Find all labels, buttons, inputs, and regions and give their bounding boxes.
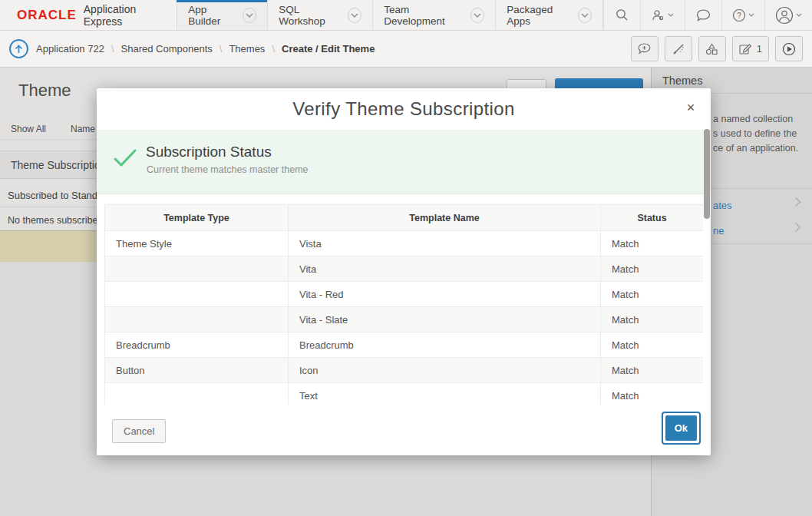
edit-page-number: 1 [757,43,762,55]
chevron-down-icon[interactable] [348,8,361,23]
chevron-down-icon[interactable] [470,8,484,23]
cell-template-type: Button [105,358,289,383]
up-level-icon[interactable] [9,39,28,58]
dialog-title: Verify Theme Subscription [97,88,711,130]
breadcrumb-item-themes[interactable]: Themes [229,43,265,55]
breadcrumb-item-current: Create / Edit Theme [282,43,375,55]
tab-label: Packaged Apps [507,4,572,27]
tab-label: SQL Workshop [279,4,342,27]
oracle-logo: ORACLE [17,8,77,23]
breadcrumb-separator: \ [104,43,121,55]
cell-status: Match [601,231,704,256]
cancel-button[interactable]: Cancel [112,419,166,443]
chevron-down-icon[interactable] [243,8,256,23]
success-check-icon [113,148,137,168]
chevron-down-icon [668,13,674,17]
sidebar-help-text: a named collection s used to define the … [713,112,808,156]
wand-icon [672,43,685,55]
tab-app-builder[interactable]: App Builder [177,0,267,30]
help-icon: ? [732,8,746,22]
ok-button-focus-ring: Ok [662,412,701,445]
status-message: Current theme matches master theme [147,164,309,175]
cell-status: Match [601,282,704,307]
cell-status: Match [601,307,704,332]
table-row: Button Icon Match [105,358,704,383]
table-row: Breadcrumb Breadcrumb Match [105,332,704,358]
chevron-down-icon [796,13,802,17]
status-heading: Subscription Status [146,144,272,160]
utilities-button[interactable] [665,36,692,61]
col-header-status: Status [601,205,704,231]
run-application-button[interactable] [775,36,803,61]
ok-button[interactable]: Ok [665,415,697,441]
cell-template-type [105,383,289,405]
breadcrumb-toolbar: 1 [631,36,803,61]
cell-template-name: Vita - Slate [289,307,601,332]
breadcrumb-item-application[interactable]: Application 722 [36,43,104,55]
chevron-right-icon [794,197,801,207]
dialog-scrollbar[interactable] [704,129,710,219]
search-button[interactable] [603,0,640,30]
tab-packaged-apps[interactable]: Packaged Apps [495,0,603,30]
top-nav-bar: ORACLE Application Express App Builder S… [0,0,812,31]
edit-pencil-icon [739,43,752,55]
table-row: Vita - Red Match [105,282,704,307]
col-header-template-type: Template Type [105,205,289,231]
cell-status: Match [601,358,704,383]
subscription-status-banner: Subscription Status Current theme matche… [97,130,711,194]
svg-text:?: ? [737,11,741,19]
tab-team-development[interactable]: Team Development [372,0,495,30]
help-menu-button[interactable]: ? [721,0,764,30]
cell-template-name: Vita - Red [289,282,601,307]
cell-template-name: Breadcrumb [289,332,601,358]
sidebar-title: Themes [662,74,702,87]
run-play-icon [782,42,796,56]
cell-template-type: Theme Style [105,231,289,256]
tab-sql-workshop[interactable]: SQL Workshop [267,0,372,30]
tab-label: Team Development [384,4,464,27]
sidebar-link-templates[interactable]: ates [713,200,732,211]
admin-user-icon [652,9,665,22]
feedback-button[interactable] [685,0,721,30]
chevron-down-icon [748,13,754,17]
table-row: Vita Match [105,256,704,282]
table-row: Theme Style Vista Match [105,231,704,256]
filter-name[interactable]: Name [71,124,95,134]
breadcrumb-separator: \ [265,43,282,55]
feedback-bubble-icon [696,9,711,22]
no-themes-text: No themes subscribe [8,215,97,226]
account-menu-button[interactable] [764,0,812,30]
subscription-status-text: Subscribed to Standa [8,190,103,201]
chevron-down-icon[interactable] [578,8,592,23]
brand: ORACLE Application Express [0,0,166,30]
section-title: Theme Subscriptio [11,159,101,171]
chevron-right-icon [794,222,801,233]
account-icon [775,6,794,25]
cell-template-name: Text [289,383,601,405]
cell-status: Match [601,256,704,282]
tab-label: App Builder [188,4,236,27]
dialog-footer: Cancel Ok [97,405,711,455]
close-icon[interactable]: × [682,98,700,117]
main-tabs: App Builder SQL Workshop Team Developmen… [177,0,603,30]
feedback-comment-button[interactable] [631,36,659,61]
cell-template-name: Icon [289,358,601,383]
cell-template-name: Vista [289,231,601,256]
cell-template-type [105,256,289,282]
topbar-icon-group: ? [603,0,812,30]
col-header-template-name: Template Name [289,205,601,231]
filter-show-all[interactable]: Show All [11,124,46,134]
administration-menu-button[interactable] [640,0,685,30]
sidebar-link-theme[interactable]: ne [713,225,724,237]
cell-status: Match [601,383,704,405]
cell-template-type [105,282,289,307]
cell-status: Match [601,332,704,358]
shapes-icon [705,43,718,55]
cell-template-type [105,307,289,332]
shared-components-button[interactable] [698,36,726,61]
edit-page-button[interactable]: 1 [732,36,769,61]
breadcrumb-separator: \ [213,43,229,55]
breadcrumb-item-shared-components[interactable]: Shared Components [121,43,213,55]
comment-plus-icon [638,43,651,55]
template-status-table: Template Type Template Name Status Theme… [104,204,703,405]
